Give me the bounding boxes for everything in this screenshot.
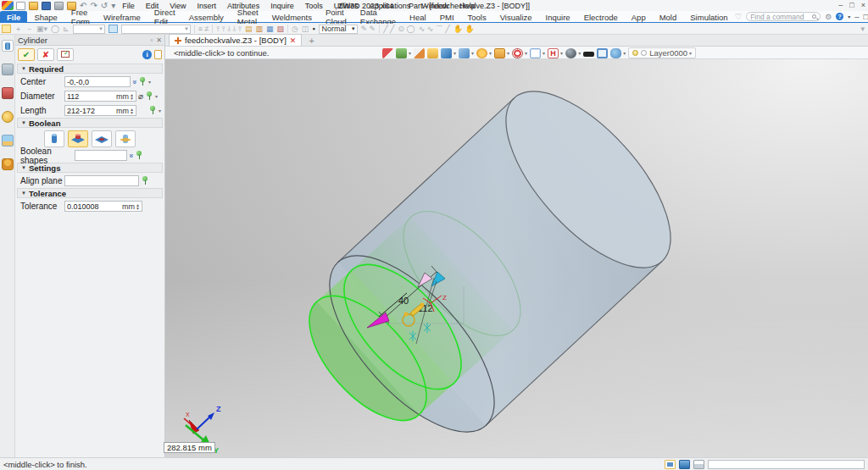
datum-display-icon[interactable] (512, 48, 523, 58)
picture-dropdown-icon[interactable]: ▣▾ (36, 25, 47, 33)
ribbon-tab-data-exchange[interactable]: Data Exchange (353, 11, 403, 22)
panel-pin-icon[interactable]: ▫ (150, 36, 153, 44)
section-tolerance[interactable]: ▼ Tolerance (17, 188, 163, 198)
diameter-spinner[interactable]: ▲▼ (130, 93, 134, 100)
restore-icon[interactable]: □ (849, 1, 854, 9)
pen-icons[interactable]: ✎ ✎ (361, 25, 376, 33)
center-input[interactable] (67, 78, 128, 86)
layer-selector[interactable]: Layer0000 ▾ (628, 47, 696, 58)
ribbon-tab-simulation[interactable]: Simulation (683, 11, 734, 22)
menu-file[interactable]: File (122, 2, 135, 10)
regen-icon[interactable]: ↺ (101, 2, 108, 10)
panel-close-icon[interactable]: ✕ (156, 36, 162, 44)
sync-icon[interactable] (108, 25, 118, 33)
ribbon-tab-electrode[interactable]: Electrode (577, 11, 625, 22)
paint-brush-icon[interactable] (414, 48, 425, 58)
help-dropdown-icon[interactable]: ▾ (848, 14, 850, 19)
pick-shapes-icon[interactable] (135, 151, 143, 160)
window-layout-icon[interactable] (693, 460, 704, 469)
minimize-icon[interactable]: – (838, 1, 843, 9)
doc-restore-icon[interactable]: □ (864, 12, 868, 21)
edge-color-icon[interactable] (583, 52, 594, 57)
layer-visibility-bulb-icon[interactable] (632, 50, 638, 56)
library-icon[interactable]: ▥ (255, 25, 263, 33)
ribbon-tab-direct-edit[interactable]: Direct Edit (147, 11, 182, 22)
redo-icon[interactable]: ↷ (90, 2, 97, 10)
pick-length-icon[interactable] (148, 106, 157, 115)
material-icon[interactable] (427, 48, 438, 58)
favorites-icon[interactable]: ▧ (276, 25, 284, 33)
3d-scene[interactable]: 40 112 Z (165, 59, 868, 457)
diameter-input[interactable] (67, 92, 105, 101)
length-spinner[interactable]: ▲▼ (130, 108, 134, 114)
background-icon[interactable] (565, 48, 576, 58)
transparency-icon[interactable] (610, 48, 621, 58)
ribbon-tab-mold[interactable]: Mold (653, 11, 684, 22)
folder-icon[interactable]: ▤ (245, 25, 253, 33)
grid-toggle-icon[interactable] (530, 48, 541, 58)
ribbon-tab-tools[interactable]: Tools (461, 11, 493, 22)
color-pick-icon[interactable] (396, 48, 407, 58)
diameter-symbol-icon[interactable]: ⌀ (138, 91, 143, 101)
drag-hand-icons[interactable]: ✋ ✋ (453, 25, 475, 33)
close-icon[interactable]: × (861, 1, 865, 9)
history-clock-icon[interactable]: ◷ (292, 25, 298, 33)
boolean-add-button[interactable] (68, 130, 88, 147)
tolerance-input[interactable] (67, 202, 109, 211)
display-style-icon[interactable] (494, 48, 505, 58)
pick-plane-icon[interactable] (141, 176, 149, 185)
dock-history-icon[interactable] (2, 158, 14, 170)
print-icon[interactable] (54, 2, 64, 10)
tolerance-spinner[interactable]: ▲▼ (136, 203, 140, 210)
dock-visual-manager-icon[interactable] (2, 111, 14, 123)
pick-diameter-dropdown-icon[interactable]: ▾ (155, 93, 158, 99)
ok-button[interactable]: ✔ (18, 48, 35, 61)
dock-assembly-nodes-icon[interactable] (2, 87, 14, 99)
ribbon-tab-pmi[interactable]: PMI (433, 11, 461, 22)
menu-tools[interactable]: Tools (305, 2, 323, 10)
render-settings-icon[interactable] (476, 48, 487, 58)
wireframe-mode-icon[interactable] (459, 48, 470, 58)
section-required[interactable]: ▼ Required (17, 64, 163, 74)
favorites-heart-icon[interactable]: ♡ (735, 12, 743, 21)
settings-gear-icon[interactable]: ⚙ (825, 13, 832, 21)
panel-toggle-icon[interactable] (665, 460, 676, 469)
spline-icons[interactable]: ∿ ∿ ⌒ ╱ (419, 24, 450, 35)
menu-insert[interactable]: Insert (198, 2, 217, 10)
filter-combo[interactable]: ▾ (73, 25, 105, 34)
ribbon-tab-file[interactable]: File (0, 11, 27, 22)
line-icon[interactable]: ╱ ╱ (383, 25, 394, 33)
boolean-expand-chevron-icon[interactable]: » (127, 153, 136, 158)
section-settings[interactable]: ▼ Settings (17, 163, 163, 173)
align-plane-field[interactable] (64, 175, 139, 186)
expand-chevron-icon[interactable]: » (131, 80, 139, 84)
ruler-icon[interactable]: ⊾ (63, 25, 70, 33)
dock-view-manager-icon[interactable] (2, 135, 14, 147)
section-boolean[interactable]: ▼ Boolean (17, 118, 163, 128)
pick-point-icon[interactable] (138, 77, 147, 86)
dock-cylinder-dialog-icon[interactable] (2, 40, 14, 52)
layer-dropdown-icon[interactable]: ▾ (689, 50, 692, 56)
ribbon-tab-visualize[interactable]: Visualize (493, 11, 539, 22)
menu-inquire[interactable]: Inquire (270, 2, 294, 10)
select-cursor-icon[interactable] (2, 25, 11, 33)
hatch-toggle-icon[interactable]: H (548, 48, 559, 58)
apply-button[interactable] (57, 48, 74, 61)
pick-diameter-icon[interactable] (145, 91, 153, 101)
doc-minimize-icon[interactable]: – (854, 12, 859, 21)
document-tab[interactable]: feedcheckvalve.Z3 - [BODY] ✕ (169, 34, 302, 46)
find-command-box[interactable]: Find a command (746, 12, 821, 21)
qat-dropdown-icon[interactable]: ▾ (111, 2, 115, 10)
tolerance-field[interactable]: mm ▲▼ (64, 201, 142, 212)
exit-sketch-icon[interactable] (382, 48, 393, 58)
catalog-icon[interactable]: ▦ (266, 25, 274, 33)
boolean-intersect-button[interactable] (115, 130, 136, 147)
dock-manager-tree-icon[interactable] (2, 64, 14, 75)
circle-tool-icon[interactable]: ◯ (51, 25, 59, 33)
boolean-remove-button[interactable] (92, 130, 112, 147)
align-plane-input[interactable] (67, 177, 136, 185)
app-logo-icon[interactable] (2, 1, 14, 10)
help-icon[interactable]: ? (836, 13, 843, 20)
pick-length-dropdown-icon[interactable]: ▾ (159, 108, 161, 113)
tab-close-icon[interactable]: ✕ (290, 36, 297, 45)
